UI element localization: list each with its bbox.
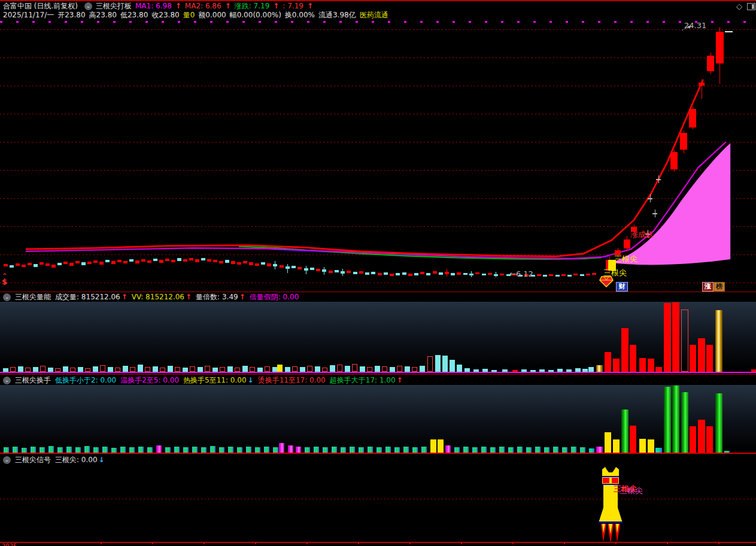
change2-value: : 7.19	[283, 2, 303, 10]
collapse-volume-icon[interactable]: ⌄	[3, 293, 11, 301]
candle-body	[159, 260, 163, 263]
histogram-bar	[630, 345, 636, 372]
histogram-bar	[706, 345, 713, 372]
histogram-bar	[490, 447, 496, 453]
histogram-bar	[390, 367, 395, 372]
histogram-bar	[75, 447, 81, 453]
histogram-bar	[307, 366, 312, 372]
candle-body	[426, 273, 430, 275]
quote-date: 2025/11/17/一	[3, 10, 54, 20]
panel-layout-icon[interactable]	[747, 3, 755, 10]
main-candle-chart[interactable]: 24.31 ←6.12 涨成妖 三根尖 三根尖 ^ $ 财 涨 榜	[0, 20, 756, 292]
indicator-name[interactable]: 三根尖打板	[96, 1, 132, 11]
quote-low: 低23.80	[120, 10, 148, 20]
candle-body	[135, 260, 139, 263]
histogram-bar	[648, 439, 654, 453]
histogram-bar	[352, 364, 357, 372]
histogram-bar	[706, 426, 713, 453]
candle-body	[537, 274, 541, 276]
signal-plot-area[interactable]: 三根尖 三根尖	[0, 465, 756, 542]
vv-value: VV: 815212.06	[132, 293, 184, 301]
histogram-bar	[138, 365, 143, 372]
diamond-icon[interactable]: ◇	[736, 2, 742, 11]
quote-sector[interactable]: 医药流通	[360, 10, 388, 20]
histogram-bar	[175, 367, 180, 372]
candle-body	[347, 271, 351, 273]
candle-body	[365, 272, 369, 275]
turnover-super: 超换手大于17: 1.00	[330, 375, 396, 386]
histogram-bar	[242, 366, 248, 372]
histogram-bar	[655, 367, 662, 372]
candle-body	[165, 259, 169, 261]
histogram-bar	[250, 367, 255, 372]
candle-body	[255, 263, 259, 266]
candle-body	[201, 258, 205, 260]
badge-bang[interactable]: 榜	[714, 282, 725, 292]
signal-panel-name[interactable]: 三根尖信号	[15, 455, 51, 465]
histogram-bar	[4, 447, 9, 453]
candle-body	[267, 263, 271, 266]
turnover-hot: 热换手5至11: 0.00	[183, 375, 246, 386]
histogram-bar	[115, 368, 120, 372]
histogram-bar	[664, 303, 671, 372]
candle-body	[225, 260, 229, 263]
histogram-bar	[377, 447, 382, 453]
collapse-signal-icon[interactable]: ⌄	[3, 456, 11, 464]
rocket-label-magenta: 三根尖	[620, 486, 643, 496]
candle-body	[22, 265, 26, 267]
histogram-bar	[63, 366, 68, 372]
histogram-bar	[264, 447, 269, 453]
time-axis-tick	[204, 542, 205, 544]
candle-body	[494, 274, 498, 276]
histogram-bar	[183, 447, 189, 453]
histogram-bar	[48, 368, 53, 372]
candle-body	[286, 266, 290, 269]
histogram-bar	[672, 302, 679, 372]
turnover-plot-area[interactable]	[0, 385, 756, 453]
histogram-bar	[305, 447, 310, 453]
histogram-bar	[438, 439, 444, 453]
trading-app-window: 合富中国 (日线.前复权) ⌄ 三根尖打板 MA1: 6.98 ↑ MA2: 6…	[0, 0, 756, 546]
histogram-bar	[31, 447, 36, 453]
collapse-main-icon[interactable]: ⌄	[84, 2, 92, 10]
candle-body	[81, 262, 86, 265]
ma2-value: MA2: 6.86	[185, 2, 221, 10]
badge-zhang[interactable]: 涨	[702, 282, 714, 292]
candle-body	[329, 271, 333, 273]
note-sanganjian-1: 三根尖	[614, 254, 637, 265]
histogram-bar	[315, 366, 320, 372]
badge-cai[interactable]: 财	[616, 282, 628, 292]
quote-float: 流通3.98亿	[318, 10, 356, 20]
candle-body	[716, 32, 724, 63]
candle-body	[384, 272, 388, 275]
histogram-bar	[314, 447, 319, 453]
histogram-bar	[385, 447, 391, 453]
volume-panel-name[interactable]: 三根尖量能	[15, 292, 51, 302]
histogram-bar	[190, 366, 195, 372]
candle-body	[99, 262, 104, 265]
histogram-bar	[588, 367, 594, 372]
quote-high: 高23.80	[89, 10, 117, 20]
candle-body	[4, 264, 8, 266]
candle-body	[45, 263, 50, 266]
histogram-bar	[285, 367, 290, 372]
candle-body	[51, 265, 56, 268]
histogram-bar	[360, 366, 365, 372]
volume-plot-area[interactable]	[0, 302, 756, 372]
turnover-panel-name[interactable]: 三根尖换手	[15, 375, 51, 386]
candle-body	[322, 269, 326, 272]
turnover-hot-arrow: ↓	[248, 376, 254, 384]
low-price-label: ←6.12	[509, 269, 533, 278]
candle-body	[707, 56, 714, 71]
collapse-turnover-icon[interactable]: ⌄	[3, 377, 11, 384]
histogram-bar	[174, 447, 180, 453]
histogram-bar	[40, 366, 45, 372]
histogram-bar	[265, 366, 270, 372]
candle-body	[57, 263, 62, 265]
candle-body	[457, 272, 461, 275]
histogram-bar	[10, 367, 16, 372]
histogram-bar	[359, 447, 364, 453]
candle-body	[451, 273, 455, 275]
histogram-bar	[25, 368, 31, 372]
histogram-bar	[129, 447, 135, 453]
